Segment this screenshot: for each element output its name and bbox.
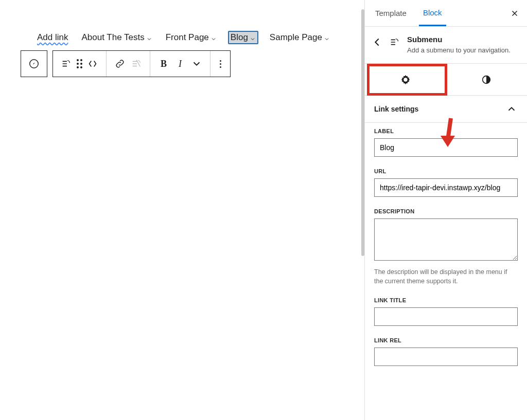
nav-item-label: Blog [231,32,248,43]
link-title-input[interactable] [374,307,518,326]
section-title: Link settings [374,105,418,113]
nav-item-front-page[interactable]: Front Page [164,31,219,44]
italic-button[interactable]: I [174,58,186,70]
link-rel-field-label: Link Rel [374,337,518,343]
contrast-icon [480,74,493,86]
submenu-block-icon [389,36,401,48]
link-settings-section[interactable]: Link settings [365,96,527,123]
bold-button[interactable]: B [157,58,170,70]
link-title-field-label: Link Title [374,297,518,303]
more-formatting-dropdown[interactable] [190,58,203,70]
block-title: Submenu [407,35,511,44]
subtab-styles[interactable] [446,64,528,95]
back-chevron-icon[interactable] [371,36,383,48]
tab-block[interactable]: Block [419,0,446,26]
editor-canvas: Add link About The Tests Front Page Blog… [0,0,364,420]
block-toolbar: B I [10,50,354,77]
chevron-down-icon [324,34,330,41]
scrollbar[interactable] [361,9,364,256]
unlink-icon [130,58,143,70]
block-header: Submenu Add a submenu to your navigation… [365,27,527,64]
nav-item-label: Sample Page [270,32,322,43]
chevron-down-icon [250,34,256,41]
chevron-down-icon [210,34,217,41]
nav-item-about-tests[interactable]: About The Tests [79,31,154,44]
chevron-up-icon [505,103,518,115]
nav-item-blog[interactable]: Blog [228,31,258,44]
drag-handle-icon[interactable] [77,59,82,68]
block-subtabs [365,64,527,96]
url-field-label: URL [374,168,518,174]
label-input[interactable] [374,138,518,157]
description-textarea[interactable] [374,218,518,261]
close-sidebar-button[interactable] [508,7,521,20]
sidebar-tabs: Template Block [365,0,527,27]
gear-icon [399,74,412,86]
navigation-menu: Add link About The Tests Front Page Blog… [10,31,354,50]
nav-item-add-link[interactable]: Add link [35,31,70,44]
link-icon[interactable] [114,58,126,70]
block-description: Add a submenu to your navigation. [407,46,511,55]
compass-icon [28,58,40,70]
url-input[interactable] [374,178,518,197]
navigation-block-button[interactable] [21,50,47,77]
description-field-label: Description [374,208,518,214]
link-settings-form: Label URL Description The description wi… [365,123,527,388]
settings-sidebar: Template Block Submenu Add a submenu to … [364,0,527,420]
chevron-down-icon [146,34,152,41]
label-field-label: Label [374,128,518,134]
submenu-icon[interactable] [60,58,73,70]
nav-item-label: Front Page [166,32,209,43]
toolbar-group-main: B I [52,50,231,77]
description-help-text: The description will be displayed in the… [374,268,518,286]
subtab-settings[interactable] [365,64,446,95]
nav-item-sample-page[interactable]: Sample Page [268,31,332,44]
link-rel-input[interactable] [374,348,518,366]
more-options-button[interactable] [216,60,225,68]
nav-item-label: About The Tests [81,32,144,43]
move-arrows-icon[interactable] [86,58,99,70]
tab-template[interactable]: Template [371,0,411,26]
nav-item-label: Add link [37,32,68,43]
